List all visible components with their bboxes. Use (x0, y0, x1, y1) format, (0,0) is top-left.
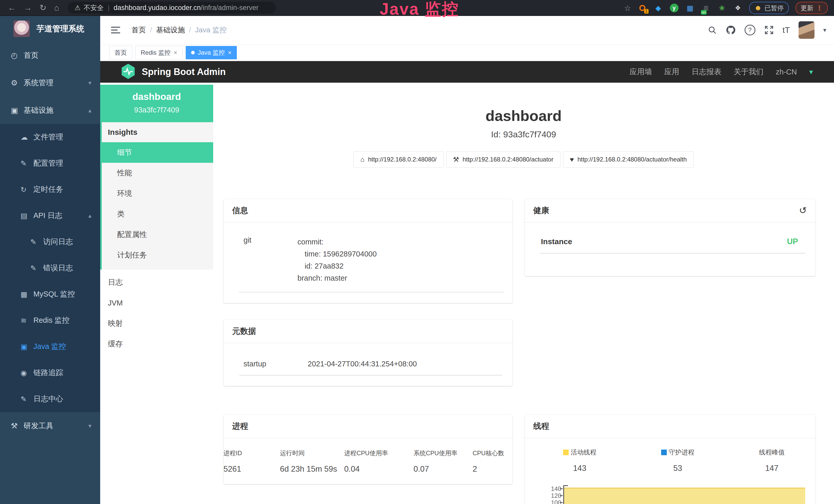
legend-label: 线程峰值 (759, 448, 785, 457)
sidebar-item-java-monitor[interactable]: ▣ Java 监控 (0, 334, 100, 360)
active-dot-icon (191, 51, 195, 54)
actuator-url-button[interactable]: ⚒ http://192.168.0.2:48080/actuator (446, 151, 561, 168)
app-logo-row[interactable]: 芋道管理系统 (0, 16, 100, 42)
extension-icon[interactable]: 1 (638, 3, 647, 13)
breadcrumb-current: Java 监控 (195, 25, 227, 35)
log-icon: ✎ (30, 238, 43, 246)
menu-item-metrics[interactable]: 性能 (102, 163, 213, 183)
extension-switch-icon[interactable]: ≣on (701, 3, 711, 13)
sidebar-item-scheduled-jobs[interactable]: ↻ 定时任务 (0, 176, 100, 203)
threads-card-title: 线程 (525, 415, 815, 438)
history-icon[interactable]: ↺ (799, 205, 807, 216)
legend-label: 守护进程 (669, 448, 695, 457)
menu-item-logs[interactable]: 日志 (100, 272, 213, 293)
github-icon[interactable] (726, 25, 736, 35)
legend-live-threads: 活动线程 143 (563, 448, 596, 473)
git-time-line: time: 1596289704000 (298, 248, 377, 260)
health-url-button[interactable]: ♥ http://192.168.0.2:48080/actuator/heal… (563, 151, 694, 168)
monitor-icon: ▣ (11, 106, 24, 115)
menu-item-environment[interactable]: 环境 (102, 183, 213, 204)
fullscreen-icon[interactable] (764, 25, 774, 35)
close-icon[interactable]: × (174, 49, 177, 56)
sidebar-item-label: 配置管理 (34, 158, 63, 168)
y-logo-icon: y (670, 4, 679, 12)
menu-item-caches[interactable]: 缓存 (100, 334, 213, 354)
forward-icon[interactable]: → (24, 0, 32, 15)
sidebar-item-access-log[interactable]: ✎ 访问日志 (0, 229, 100, 255)
extension-leaf-icon[interactable]: ❀ (717, 3, 727, 13)
close-icon[interactable]: × (228, 49, 232, 56)
tab-java-monitor[interactable]: Java 监控 × (186, 46, 237, 59)
axis-tick (560, 495, 563, 496)
help-icon[interactable]: ? (745, 25, 755, 36)
gear-icon: ⚙ (11, 78, 24, 87)
paused-badge[interactable]: ☻已暂停 (749, 2, 789, 14)
sidebar-item-home[interactable]: ◴ 首页 (0, 42, 100, 69)
instance-name: dashboard (100, 85, 213, 102)
search-icon[interactable] (708, 25, 717, 35)
sidebar-item-tracing[interactable]: ◉ 链路追踪 (0, 360, 100, 386)
tab-redis-monitor[interactable]: Redis 监控 × (135, 46, 183, 59)
sidebar-item-mysql-monitor[interactable]: ▦ MySQL 监控 (0, 281, 100, 307)
info-row-key: git (239, 236, 298, 284)
sidebar-item-system-mgmt[interactable]: ⚙ 系统管理 ▾ (0, 69, 100, 96)
sba-nav-about[interactable]: 关于我们 (733, 67, 763, 77)
menu-item-config-props[interactable]: 配置属性 (102, 224, 213, 245)
tab-label: Java 监控 (198, 48, 225, 57)
sidebar-item-label: 首页 (24, 50, 100, 61)
sba-nav-journal[interactable]: 日志报表 (692, 67, 721, 77)
row-divider (541, 253, 805, 254)
avatar[interactable] (798, 21, 814, 39)
sidebar-item-dev-tools[interactable]: ⚒ 研发工具 ▾ (0, 412, 100, 439)
sidebar-item-label: 研发工具 (24, 421, 88, 431)
sba-nav-applications[interactable]: 应用 (664, 67, 679, 77)
browser-home-icon[interactable]: ⌂ (54, 0, 59, 15)
sba-nav-wallboard[interactable]: 应用墙 (630, 67, 652, 77)
service-url: http://192.168.0.2:48080/ (368, 156, 437, 163)
menu-item-scheduled-tasks[interactable]: 计划任务 (102, 245, 213, 266)
menu-item-jvm[interactable]: JVM (100, 293, 213, 313)
extension-pin-icon[interactable]: ◆ (654, 3, 663, 13)
sidebar-item-config-mgmt[interactable]: ✎ 配置管理 (0, 150, 100, 176)
menu-item-details[interactable]: 细节 (100, 142, 213, 163)
breadcrumb-infrastructure[interactable]: 基础设施 (156, 25, 185, 35)
insights-menu: Insights 细节 性能 环境 类 配置属性 计划任务 (100, 122, 213, 270)
sidebar-item-file-mgmt[interactable]: ☁ 文件管理 (0, 124, 100, 150)
browser-menu-icon[interactable]: ⋮ (816, 4, 823, 12)
avatar-caret-icon[interactable]: ▾ (823, 26, 826, 33)
extension-y-icon[interactable]: y (670, 3, 679, 13)
extensions-puzzle-icon[interactable]: ❖ (733, 3, 743, 13)
sba-locale-select[interactable]: zh-CN (776, 68, 797, 76)
back-icon[interactable]: ← (8, 0, 16, 15)
tab-home[interactable]: 首页 (109, 46, 132, 59)
sidebar-item-redis-monitor[interactable]: ≋ Redis 监控 (0, 307, 100, 334)
metadata-card-title: 元数据 (223, 320, 512, 343)
wrench-icon: ⚒ (453, 156, 459, 164)
address-bar[interactable]: ⚠ 不安全 | dashboard.yudao.iocoder.cn /infr… (68, 2, 276, 14)
locale-caret-icon[interactable]: ▾ (809, 68, 813, 76)
hamburger-icon[interactable] (111, 27, 120, 33)
menu-item-classes[interactable]: 类 (102, 204, 213, 224)
redis-stack-icon: ≋ (21, 316, 34, 325)
info-card-title: 信息 (223, 199, 512, 223)
sba-logo-icon[interactable] (121, 63, 136, 81)
sba-brand-title[interactable]: Spring Boot Admin (142, 67, 226, 77)
sidebar-item-infrastructure[interactable]: ▣ 基础设施 ▴ (0, 96, 100, 124)
bookmark-star-icon[interactable]: ☆ (624, 4, 631, 13)
chevron-up-icon: ▴ (88, 107, 91, 114)
app-sidebar: 芋道管理系统 ◴ 首页 ⚙ 系统管理 ▾ ▣ 基础设施 ▴ ☁ 文件管理 ✎ 配… (0, 16, 100, 504)
sidebar-item-api-log[interactable]: ▤ API 日志 ▴ (0, 203, 100, 229)
url-path: /infra/admin-server (201, 4, 258, 12)
sidebar-item-error-log[interactable]: ✎ 错误日志 (0, 255, 100, 281)
breadcrumb-home[interactable]: 首页 (132, 25, 146, 35)
update-button[interactable]: 更新⋮ (795, 2, 828, 14)
sidebar-item-log-center[interactable]: ✎ 日志中心 (0, 386, 100, 412)
app-logo-image (13, 21, 30, 37)
font-size-icon[interactable]: tT (783, 25, 790, 35)
breadcrumb-separator: / (189, 26, 191, 34)
menu-item-mappings[interactable]: 映射 (100, 313, 213, 334)
threads-area-chart: 140 120 100 (525, 485, 815, 504)
service-url-button[interactable]: ⌂ http://192.168.0.2:48080/ (353, 151, 444, 168)
extension-grid-icon[interactable]: ▦ (685, 3, 695, 13)
reload-icon[interactable]: ↻ (40, 0, 46, 15)
